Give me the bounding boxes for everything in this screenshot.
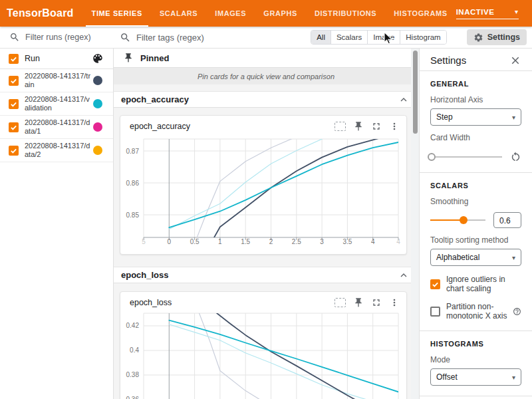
reset-icon[interactable] [510,151,521,162]
svg-text:3: 3 [320,238,324,245]
series-validation-unsmoothed-line [169,325,398,399]
divider [420,331,532,331]
svg-text:0.87: 0.87 [126,148,140,155]
help-icon[interactable] [513,307,521,316]
section-header-epoch-accuracy[interactable]: epoch_accuracy [113,91,419,108]
svg-text:0.86: 0.86 [126,180,140,187]
section-header-epoch-loss[interactable]: epoch_loss [113,267,419,283]
smoothing-input[interactable]: 0.6 [493,212,521,228]
svg-text:2: 2 [269,238,273,245]
svg-text:1.5: 1.5 [241,238,250,245]
tooltip-sorting-label: Tooltip sorting method [430,235,521,245]
run-name: 20220808-141317/data/1 [25,118,93,136]
filter-pill-all[interactable]: All [311,31,331,44]
series-validation-unsmoothed-line [169,138,325,229]
tab-distributions[interactable]: DISTRIBUTIONS [306,0,385,27]
run-row-20220808-141317-validation[interactable]: 20220808-141317/validation [0,92,113,116]
run-name: 20220808-141317/data/2 [25,142,93,159]
svg-text:0.5: 0.5 [190,238,200,245]
top-nav-tabs: TIME SERIESSCALARSIMAGESGRAPHSDISTRIBUTI… [83,0,456,27]
run-row-20220808-141317-data-1[interactable]: 20220808-141317/data/1 [0,116,113,139]
scalar-card-epoch-loss: epoch_loss 0.360.380.40.42 [120,291,407,399]
general-heading: GENERAL [430,80,521,88]
pin-icon [123,53,134,63]
tab-histograms[interactable]: HISTOGRAMS [385,0,456,27]
filter-pill-histogram[interactable]: Histogram [400,31,446,44]
gear-icon [473,33,483,43]
slider-thumb[interactable] [428,153,436,161]
chevron-up-icon[interactable] [398,94,410,106]
search-icon [120,32,131,43]
chevron-up-icon[interactable] [398,269,410,281]
histogram-mode-value: Offset [436,372,458,382]
epoch-accuracy-chart[interactable]: 0.850.860.87500.511.522.533.544 [120,136,406,249]
vertical-scrollbar[interactable] [411,49,419,399]
svg-text:0: 0 [168,238,172,245]
pin-card-icon[interactable] [353,297,364,308]
run-row-20220808-141317-data-2[interactable]: 20220808-141317/data/2 [0,139,113,162]
svg-text:4: 4 [371,238,375,245]
fullscreen-icon[interactable] [371,121,382,132]
filter-pill-image[interactable]: Image [367,31,400,44]
scrollbar-thumb[interactable] [413,51,418,134]
run-filter-input[interactable]: Filter runs (regex) [0,27,113,49]
smoothing-slider[interactable] [430,216,485,224]
horizontal-axis-select[interactable]: Step ▾ [430,108,521,126]
run-status-value: INACTIVE [456,8,495,16]
run-color-swatch [93,146,102,155]
runs-sidebar: Filter runs (regex) Run 20220808-141317/… [0,27,114,399]
slider-thumb[interactable] [460,216,467,224]
settings-panel-title: Settings [430,55,466,66]
tab-images[interactable]: IMAGES [206,0,255,27]
run-checkbox[interactable] [9,99,19,109]
partition-x-axis-checkbox[interactable] [430,307,440,317]
select-all-runs-checkbox[interactable] [9,54,19,64]
divider [420,172,532,173]
pin-card-icon[interactable] [353,121,364,132]
ignore-outliers-label: Ignore outliers in chart scaling [446,275,521,293]
run-color-swatch [93,122,102,132]
run-checkbox[interactable] [9,122,19,132]
tab-time-series[interactable]: TIME SERIES [83,0,151,27]
settings-button[interactable]: Settings [467,29,527,45]
divider [420,396,532,396]
pinned-empty-hint: Pin cards for a quick view and compariso… [113,68,419,84]
more-options-icon[interactable] [389,121,400,132]
run-checkbox[interactable] [9,146,19,156]
card-title: epoch_accuracy [130,122,327,131]
tag-filter-input[interactable]: Filter tags (regex) [120,32,204,43]
run-row-20220808-141317-train[interactable]: 20220808-141317/train [0,69,113,92]
tag-type-filter-group: AllScalarsImageHistogram [311,30,447,45]
series-validation-line [169,321,398,392]
card-width-slider[interactable] [430,153,502,161]
run-name: 20220808-141317/validation [25,95,93,112]
more-options-icon[interactable] [389,297,400,308]
fullscreen-icon[interactable] [371,297,382,308]
chevron-down-icon: ▾ [515,8,519,15]
run-checkbox[interactable] [9,76,19,86]
run-list-header: Run [0,49,113,69]
filter-pill-scalars[interactable]: Scalars [331,31,367,44]
tooltip-sorting-value: Alphabetical [436,253,479,262]
close-icon[interactable] [509,55,521,66]
histogram-mode-select[interactable]: Offset ▾ [430,368,521,386]
tooltip-sorting-select[interactable]: Alphabetical ▾ [430,249,521,266]
chevron-down-icon: ▾ [512,114,515,121]
section-title: epoch_loss [121,270,398,280]
run-status-dropdown[interactable]: INACTIVE ▾ [456,8,519,19]
run-color-swatch [93,76,102,85]
tab-scalars[interactable]: SCALARS [151,0,206,27]
scalar-card-epoch-accuracy: epoch_accuracy 0.850.860.87500.511.522.5… [120,115,407,255]
horizontal-axis-value: Step [436,112,453,122]
epoch-loss-chart[interactable]: 0.360.380.40.42 [120,312,406,399]
fit-domain-icon[interactable] [334,122,346,131]
run-color-swatch [93,99,102,108]
pinned-section-header: Pinned [113,49,419,68]
fit-domain-icon[interactable] [334,298,346,307]
chevron-down-icon: ▾ [512,254,515,261]
palette-icon[interactable] [92,53,104,65]
ignore-outliers-checkbox[interactable] [430,279,440,289]
series-train-line [215,312,373,399]
tab-graphs[interactable]: GRAPHS [255,0,306,27]
app-logo: TensorBoard [7,7,74,19]
